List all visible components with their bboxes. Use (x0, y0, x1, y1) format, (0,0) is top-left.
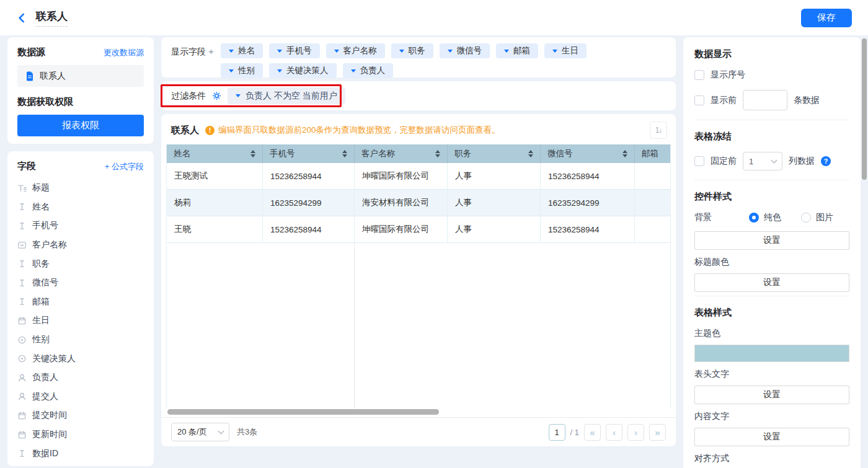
image-option[interactable]: 图片 (801, 212, 833, 223)
show-first-checkbox[interactable] (694, 95, 704, 105)
add-formula-field-link[interactable]: + 公式字段 (105, 161, 144, 172)
theme-color-swatch (695, 345, 849, 361)
back-icon[interactable] (16, 12, 27, 24)
filter-condition-chip[interactable]: 负责人 不为空 当前用户 (228, 87, 345, 104)
sort-arrows-icon[interactable] (622, 150, 627, 157)
divider (694, 296, 849, 296)
field-item[interactable]: 微信号 (17, 273, 144, 293)
user-icon (17, 373, 27, 382)
display-field-chip[interactable]: 邮箱 (496, 43, 538, 58)
current-page-input[interactable]: 1 (549, 424, 565, 441)
field-label: 客户名称 (32, 239, 67, 250)
title-color-label: 标题颜色 (694, 257, 849, 268)
display-field-chip[interactable]: 姓名 (221, 43, 263, 58)
sort-icon[interactable] (650, 121, 667, 139)
sort-arrows-icon[interactable] (250, 150, 255, 157)
next-page-button[interactable] (627, 424, 644, 441)
sort-arrows-icon[interactable] (528, 150, 533, 157)
columns-suffix-label: 列数据 (789, 156, 815, 167)
add-display-field-button[interactable]: + (208, 46, 214, 56)
sort-arrows-icon[interactable] (342, 150, 347, 157)
field-label: 数据ID (32, 448, 58, 459)
background-set-button[interactable]: 设置 (694, 231, 849, 250)
first-page-button[interactable] (584, 424, 601, 441)
gear-icon[interactable] (212, 91, 221, 100)
content-text-set-button[interactable]: 设置 (694, 428, 849, 446)
prev-page-button[interactable] (606, 424, 622, 441)
chevron-down-icon (771, 157, 777, 163)
field-item[interactable]: 关键决策人 (17, 349, 144, 368)
field-item[interactable]: 职务 (17, 254, 144, 273)
datasource-item[interactable]: 联系人 (17, 65, 144, 87)
solid-color-option[interactable]: 纯色 (749, 212, 781, 223)
chevron-down-icon (351, 69, 356, 73)
horizontal-scrollbar (166, 408, 671, 415)
field-label: 关键决策人 (32, 353, 76, 364)
field-item[interactable]: 客户名称 (17, 236, 144, 255)
display-field-chip[interactable]: 关键决策人 (269, 63, 337, 78)
display-field-chip[interactable]: 负责人 (343, 63, 394, 78)
display-field-chip[interactable]: 客户名称 (326, 43, 385, 58)
preview-table-panel: 联系人 ! 编辑界面只取数据源前200条作为查询数据预览，完整数据请访问页面查看… (161, 114, 676, 446)
column-header[interactable]: 姓名 (167, 144, 263, 163)
show-first-count-input[interactable] (743, 90, 787, 110)
field-item[interactable]: 标题 (17, 179, 144, 198)
text-icon (17, 297, 27, 306)
column-header[interactable]: 客户名称 (355, 144, 448, 163)
background-label: 背景 (694, 212, 743, 223)
page-size-select[interactable]: 20 条/页 (171, 423, 229, 441)
last-page-button[interactable] (649, 424, 666, 441)
fix-columns-checkbox[interactable] (694, 156, 704, 166)
warning-icon: ! (205, 126, 215, 135)
help-icon[interactable]: ? (821, 156, 831, 166)
field-item[interactable]: 性别 (17, 330, 144, 350)
field-item[interactable]: 负责人 (17, 368, 144, 387)
display-fields-panel: 显示字段+ 姓名 手机号 客户名称 职务 微信号 邮箱 生日 性别 关键决策人 … (161, 37, 676, 77)
field-label: 微信号 (32, 277, 58, 288)
field-item[interactable]: 提交时间 (17, 406, 144, 425)
title-color-set-button[interactable]: 设置 (694, 273, 849, 292)
table-row[interactable]: 杨莉 16235294299 海安材料有限公司 人事 16235294299 (167, 190, 670, 216)
page-title[interactable]: 联系人 (36, 9, 68, 27)
vertical-scrollbar-thumb[interactable] (862, 38, 867, 180)
field-item[interactable]: 提交人 (17, 387, 144, 407)
field-label: 标题 (32, 182, 50, 193)
field-label: 生日 (32, 315, 50, 326)
horizontal-scrollbar-thumb[interactable] (167, 409, 439, 415)
display-field-chip[interactable]: 性别 (221, 63, 263, 78)
table-row[interactable]: 王晓测试 15236258944 坤曜国际有限公司 人事 15236258944 (167, 163, 670, 190)
save-button[interactable]: 保存 (801, 9, 852, 27)
radio-unselected-icon (801, 213, 811, 223)
chevron-down-icon (218, 428, 224, 434)
chevron-down-icon (277, 50, 282, 53)
column-header[interactable]: 手机号 (263, 144, 355, 163)
fix-first-label: 固定前 (711, 156, 737, 167)
table-row[interactable]: 王晓 15236258944 坤曜国际有限公司 人事 15236258944 (167, 216, 670, 243)
display-field-chip[interactable]: 手机号 (269, 43, 320, 58)
display-field-chip[interactable]: 微信号 (440, 43, 490, 58)
fix-columns-select[interactable]: 1 (743, 152, 782, 170)
permission-heading: 数据获取权限 (17, 96, 144, 108)
theme-color-picker[interactable] (694, 345, 849, 362)
sort-arrows-icon[interactable] (435, 150, 440, 157)
field-item[interactable]: 更新时间 (17, 425, 144, 444)
report-permission-button[interactable]: 报表权限 (17, 115, 144, 136)
field-item[interactable]: 数据ID (17, 444, 144, 463)
total-count: 共3条 (237, 426, 257, 438)
radio-icon (17, 335, 27, 345)
header-text-set-button[interactable]: 设置 (694, 386, 849, 404)
show-index-checkbox[interactable] (694, 70, 704, 80)
column-header[interactable]: 邮箱 (635, 144, 670, 163)
filter-label: 过滤条件 (171, 91, 206, 102)
field-item[interactable]: 姓名 (17, 198, 144, 217)
display-field-chip[interactable]: 职务 (391, 43, 433, 58)
chevron-down-icon (504, 50, 509, 53)
column-header[interactable]: 微信号 (541, 144, 635, 163)
field-item[interactable]: 手机号 (17, 216, 144, 236)
display-field-chip[interactable]: 生日 (544, 43, 587, 58)
change-datasource-link[interactable]: 更改数据源 (104, 47, 144, 58)
text-icon (17, 278, 27, 288)
field-item[interactable]: 生日 (17, 311, 144, 330)
column-header[interactable]: 职务 (448, 144, 541, 163)
field-item[interactable]: 邮箱 (17, 293, 144, 312)
